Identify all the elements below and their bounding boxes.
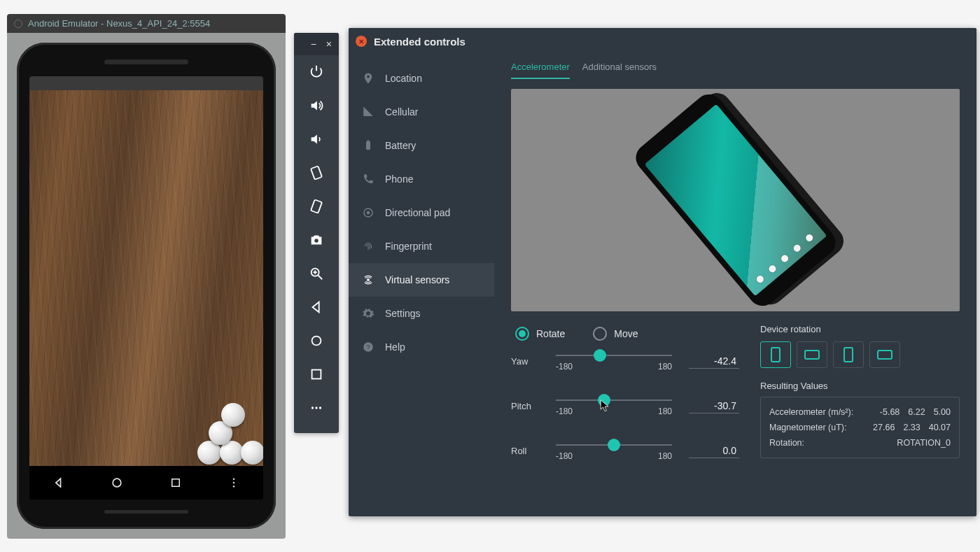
svg-point-14 — [312, 406, 314, 409]
more-button[interactable] — [294, 391, 339, 425]
nav-back-button[interactable] — [48, 472, 69, 493]
rotation-landscape-right-button[interactable] — [869, 341, 900, 368]
rotate-left-button[interactable] — [294, 156, 339, 190]
phone-speaker — [104, 510, 188, 514]
panel-sidebar: Location Cellular Battery Phone Directio… — [349, 28, 494, 516]
panel-title: Extended controls — [374, 36, 465, 48]
mode-move-radio[interactable]: Move — [593, 327, 638, 341]
sidebar-item-fingerprint[interactable]: Fingerprint — [349, 229, 494, 263]
slider-thumb-icon[interactable] — [598, 394, 610, 406]
roll-row: Roll -180180 0.0 — [511, 440, 739, 461]
sidebar-item-label: Location — [385, 73, 422, 84]
sidebar-item-dpad[interactable]: Directional pad — [349, 196, 494, 229]
fingerprint-icon — [361, 239, 375, 253]
sidebar-item-location[interactable]: Location — [349, 62, 494, 95]
emulator-body — [7, 33, 286, 539]
svg-line-9 — [318, 276, 323, 280]
panel-header[interactable]: ✕ Extended controls — [349, 28, 976, 55]
sidebar-item-label: Virtual sensors — [385, 274, 449, 285]
svg-rect-6 — [311, 199, 322, 213]
device-screen[interactable] — [29, 76, 263, 500]
device-frame — [17, 43, 276, 529]
resulting-row-rotation: Rotation: ROTATION_0 — [769, 435, 951, 451]
roll-slider[interactable]: -180180 — [556, 440, 672, 461]
emulator-title-bar[interactable]: Android Emulator - Nexus_4_API_24_2:5554 — [7, 14, 286, 33]
pitch-slider[interactable]: -180180 — [556, 395, 672, 416]
radio-label: Move — [614, 328, 638, 339]
slider-label: Yaw — [511, 356, 546, 367]
dpad-icon — [361, 206, 375, 220]
sidebar-item-phone[interactable]: Phone — [349, 162, 494, 196]
back-button[interactable] — [294, 290, 339, 324]
emulator-toolbar: − × — [294, 33, 339, 433]
power-button[interactable] — [294, 55, 339, 89]
svg-point-20 — [368, 212, 370, 214]
slider-thumb-icon[interactable] — [608, 439, 620, 451]
rotate-right-button[interactable] — [294, 190, 339, 223]
panel-close-button[interactable]: ✕ — [356, 36, 367, 47]
resulting-row-magnetometer: Magnetometer (uT): 27.662.3340.07 — [769, 420, 951, 435]
slider-thumb-icon[interactable] — [594, 349, 606, 362]
phone-earpiece — [104, 59, 188, 64]
gear-icon — [361, 306, 375, 320]
screenshot-button[interactable] — [294, 223, 339, 257]
overview-button[interactable] — [294, 358, 339, 391]
sidebar-item-cellular[interactable]: Cellular — [349, 95, 494, 129]
device-info-column: Device rotation Resulting Values Acceler… — [760, 324, 960, 501]
android-status-bar — [29, 76, 263, 90]
zoom-button[interactable] — [294, 257, 339, 290]
svg-rect-1 — [172, 479, 180, 487]
sidebar-item-battery[interactable]: Battery — [349, 129, 494, 162]
svg-point-15 — [315, 406, 317, 409]
ball-icon — [241, 441, 263, 465]
sidebar-item-help[interactable]: ? Help — [349, 330, 494, 364]
resulting-title: Resulting Values — [760, 381, 960, 391]
minimize-button[interactable]: − — [311, 38, 316, 50]
sidebar-item-label: Settings — [385, 308, 421, 319]
home-button[interactable] — [294, 324, 339, 358]
rotation-landscape-left-button[interactable] — [797, 341, 827, 368]
radio-icon — [593, 327, 607, 341]
help-icon: ? — [361, 340, 375, 354]
svg-point-2 — [233, 479, 234, 480]
slider-label: Roll — [511, 446, 546, 456]
resulting-values-box: Accelerometer (m/s²): -5.686.225.00 Magn… — [760, 397, 960, 458]
yaw-slider[interactable]: -180180 — [556, 351, 672, 371]
extended-controls-panel: ✕ Extended controls Location Cellular Ba… — [349, 28, 976, 516]
nav-home-button[interactable] — [106, 472, 127, 493]
android-nav-bar — [29, 466, 263, 500]
sidebar-item-settings[interactable]: Settings — [349, 297, 494, 330]
svg-text:?: ? — [366, 344, 370, 351]
pitch-row: Pitch -180180 -30.7 — [511, 395, 739, 416]
device-preview-3d[interactable] — [511, 89, 960, 311]
rotation-title: Device rotation — [760, 324, 960, 334]
orientation-controls: Rotate Move Yaw -180180 -42.4 — [511, 324, 739, 501]
app-content[interactable] — [29, 90, 263, 466]
sensors-icon — [361, 273, 375, 287]
battery-icon — [361, 139, 375, 153]
nav-overview-button[interactable] — [165, 472, 186, 493]
sidebar-item-virtual-sensors[interactable]: Virtual sensors — [349, 263, 494, 297]
roll-value-input[interactable]: 0.0 — [689, 444, 739, 458]
sidebar-item-label: Directional pad — [385, 207, 450, 218]
slider-label: Pitch — [511, 401, 546, 411]
volume-up-button[interactable] — [294, 89, 339, 122]
nav-more-button[interactable] — [223, 472, 244, 493]
phone-icon — [361, 172, 375, 186]
svg-point-16 — [319, 406, 321, 409]
toolbar-header: − × — [294, 33, 339, 55]
pitch-value-input[interactable]: -30.7 — [689, 399, 739, 413]
sidebar-item-label: Cellular — [385, 106, 418, 118]
volume-down-button[interactable] — [294, 122, 339, 156]
tab-accelerometer[interactable]: Accelerometer — [511, 62, 570, 79]
svg-point-21 — [368, 279, 370, 281]
resulting-row-accelerometer: Accelerometer (m/s²): -5.686.225.00 — [769, 404, 951, 420]
radio-label: Rotate — [536, 328, 565, 339]
close-button[interactable]: × — [326, 38, 332, 50]
phone-3d-model[interactable] — [630, 89, 841, 311]
mode-rotate-radio[interactable]: Rotate — [515, 327, 565, 341]
rotation-portrait-button[interactable] — [760, 341, 791, 368]
yaw-value-input[interactable]: -42.4 — [689, 354, 739, 369]
rotation-portrait-reverse-button[interactable] — [833, 341, 864, 368]
tab-additional-sensors[interactable]: Additional sensors — [582, 62, 657, 79]
